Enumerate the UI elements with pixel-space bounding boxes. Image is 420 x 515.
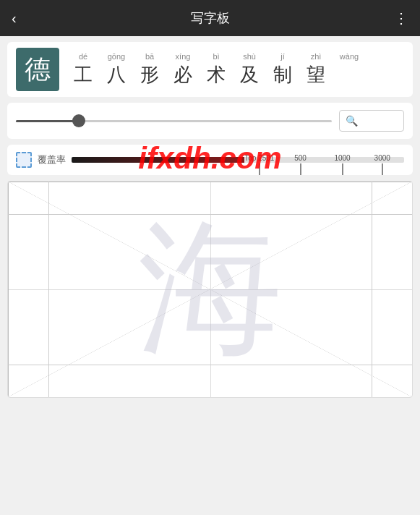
coverage-label: 覆盖率 <box>38 153 66 166</box>
selected-char-card[interactable]: 德 <box>16 48 59 91</box>
grid-top <box>8 182 412 182</box>
search-box[interactable]: 🔍 <box>339 110 404 132</box>
menu-button[interactable]: ⋮ <box>394 9 408 27</box>
marker-1000-line <box>342 163 343 175</box>
hanzi-row: 工 八 形 必 术 及 制 望 <box>67 62 404 88</box>
hanzi-ji[interactable]: 及 <box>233 62 266 88</box>
hanzi-zhi[interactable]: 制 <box>266 62 299 88</box>
slider-thumb[interactable] <box>72 114 85 127</box>
writing-area[interactable]: 海 <box>7 181 413 398</box>
pinyin-de: dé <box>67 52 100 61</box>
page-title: 写字板 <box>191 9 230 27</box>
slider-fill <box>16 120 79 122</box>
controls-area: 🔍 <box>7 103 413 139</box>
pinyin-ji: jí <box>266 52 299 61</box>
hanzi-xing[interactable]: 形 <box>133 62 166 88</box>
grid-h-2 <box>8 365 412 365</box>
pinyin-bi: bì <box>200 52 233 61</box>
pinyin-gong: gōng <box>100 52 133 61</box>
marker-500-label: 500 <box>294 154 307 162</box>
hanzi-gong[interactable]: 工 <box>67 62 100 88</box>
pinyin-row: dé gōng bā xíng bì shù jí zhì wàng <box>67 52 404 61</box>
grid-bottom <box>8 397 412 398</box>
grid-h-1 <box>8 214 412 215</box>
marker-500: 500 <box>294 154 307 175</box>
marker-3000-line <box>382 163 383 175</box>
hanzi-wang[interactable]: 望 <box>299 62 333 88</box>
char-card-area: 德 dé gōng bā xíng bì shù jí zhì wàng 工 八… <box>7 42 413 97</box>
pinyin-zhi: zhì <box>299 52 333 61</box>
difficulty-slider[interactable] <box>16 114 332 128</box>
grid-right <box>412 182 413 397</box>
hanzi-ba[interactable]: 八 <box>100 62 133 88</box>
slider-track <box>16 120 332 122</box>
marker-3000: 3000 <box>374 154 390 175</box>
marker-500-line <box>300 163 301 175</box>
pinyin-shu: shù <box>233 52 266 61</box>
marker-1000-label: 1000 <box>334 154 350 162</box>
marker-3000-label: 3000 <box>374 154 390 162</box>
pinyin-ba: bā <box>133 52 166 61</box>
app-header: ‹ 写字板 ⋮ <box>0 0 420 36</box>
char-suggestion-list: dé gōng bā xíng bì shù jí zhì wàng 工 八 形… <box>67 52 404 88</box>
watermark: ifxdh.com <box>138 141 281 176</box>
hanzi-bi[interactable]: 必 <box>166 62 200 88</box>
search-icon: 🔍 <box>346 115 358 127</box>
coverage-icon <box>16 152 32 168</box>
hanzi-shu[interactable]: 术 <box>200 62 233 88</box>
pinyin-wang: wàng <box>333 52 366 61</box>
back-button[interactable]: ‹ <box>12 10 17 27</box>
pinyin-xing: xíng <box>166 52 200 61</box>
marker-1000: 1000 <box>334 154 350 175</box>
